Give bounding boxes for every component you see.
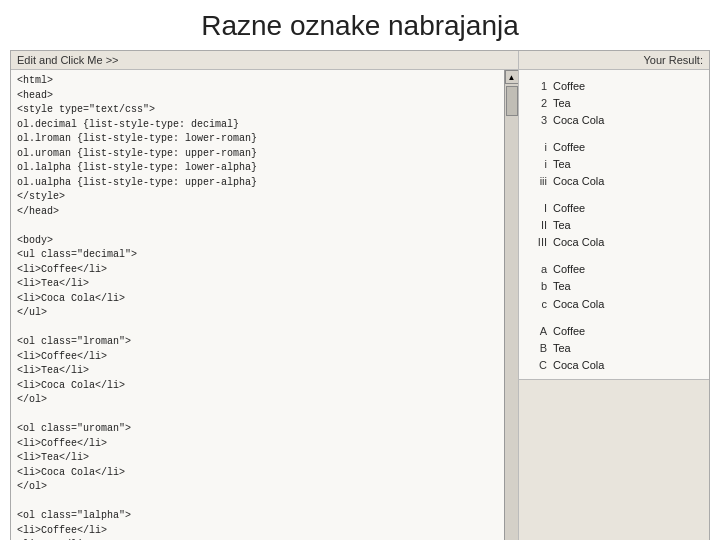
left-panel-header[interactable]: Edit and Click Me >> xyxy=(11,51,518,70)
list-marker: 2 xyxy=(529,95,547,112)
list-marker: II xyxy=(529,217,547,234)
list-item: 2 Tea xyxy=(529,95,699,112)
list-item: I Coffee xyxy=(529,200,699,217)
list-item: a Coffee xyxy=(529,261,699,278)
list-text: Coffee xyxy=(553,200,585,217)
list-section-decimal: 1 Coffee 2 Tea 3 Coca Cola xyxy=(529,78,699,129)
main-container: Razne oznake nabrajanja Edit and Click M… xyxy=(0,0,720,540)
list-text: Coca Cola xyxy=(553,234,604,251)
right-panel: Your Result: 1 Coffee 2 Tea 3 Coca Cola xyxy=(519,51,709,540)
list-item: b Tea xyxy=(529,278,699,295)
list-marker: a xyxy=(529,261,547,278)
list-marker: iii xyxy=(529,173,547,190)
list-text: Coffee xyxy=(553,323,585,340)
list-marker: I xyxy=(529,200,547,217)
list-text: Tea xyxy=(553,217,571,234)
list-marker: C xyxy=(529,357,547,374)
list-section-lower-roman: i Coffee i Tea iii Coca Cola xyxy=(529,139,699,190)
code-area[interactable]: <html> <head> <style type="text/css"> ol… xyxy=(11,70,518,540)
right-panel-header: Your Result: xyxy=(519,51,709,70)
scrollbar-thumb[interactable] xyxy=(506,86,518,116)
list-marker: c xyxy=(529,296,547,313)
right-bottom-spacer xyxy=(519,379,709,540)
list-item: A Coffee xyxy=(529,323,699,340)
list-text: Coffee xyxy=(553,78,585,95)
list-marker: III xyxy=(529,234,547,251)
list-text: Tea xyxy=(553,340,571,357)
list-item: c Coca Cola xyxy=(529,296,699,313)
list-marker: B xyxy=(529,340,547,357)
list-text: Coffee xyxy=(553,139,585,156)
page-title: Razne oznake nabrajanja xyxy=(0,0,720,50)
list-marker: 3 xyxy=(529,112,547,129)
list-item: C Coca Cola xyxy=(529,357,699,374)
list-section-lower-alpha: a Coffee b Tea c Coca Cola xyxy=(529,261,699,312)
list-text: Coca Cola xyxy=(553,296,604,313)
list-item: B Tea xyxy=(529,340,699,357)
left-panel-content: <html> <head> <style type="text/css"> ol… xyxy=(11,70,518,540)
list-text: Coca Cola xyxy=(553,357,604,374)
list-item: i Coffee xyxy=(529,139,699,156)
list-text: Coca Cola xyxy=(553,173,604,190)
list-text: Coffee xyxy=(553,261,585,278)
list-item: i Tea xyxy=(529,156,699,173)
list-text: Tea xyxy=(553,278,571,295)
scrollbar-up-btn[interactable]: ▲ xyxy=(505,70,519,84)
list-item: 1 Coffee xyxy=(529,78,699,95)
left-panel-header-label: Edit and Click Me >> xyxy=(17,54,119,66)
list-section-upper-alpha: A Coffee B Tea C Coca Cola xyxy=(529,323,699,374)
right-panel-content: 1 Coffee 2 Tea 3 Coca Cola i xyxy=(519,70,709,379)
list-marker: b xyxy=(529,278,547,295)
scrollbar-vertical[interactable]: ▲ ▼ xyxy=(504,70,518,540)
list-marker: 1 xyxy=(529,78,547,95)
list-text: Tea xyxy=(553,95,571,112)
list-marker: i xyxy=(529,156,547,173)
list-text: Coca Cola xyxy=(553,112,604,129)
panels-row: Edit and Click Me >> <html> <head> <styl… xyxy=(10,50,710,540)
left-panel: Edit and Click Me >> <html> <head> <styl… xyxy=(11,51,519,540)
list-item: iii Coca Cola xyxy=(529,173,699,190)
list-text: Tea xyxy=(553,156,571,173)
list-item: III Coca Cola xyxy=(529,234,699,251)
list-item: 3 Coca Cola xyxy=(529,112,699,129)
list-item: II Tea xyxy=(529,217,699,234)
list-marker: i xyxy=(529,139,547,156)
list-section-upper-roman: I Coffee II Tea III Coca Cola xyxy=(529,200,699,251)
list-marker: A xyxy=(529,323,547,340)
